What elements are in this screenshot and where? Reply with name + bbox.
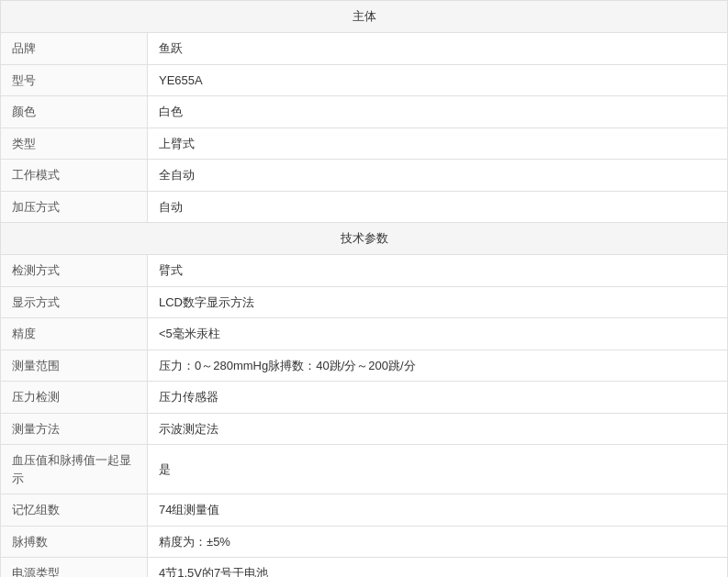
row-label: 颜色 (1, 96, 148, 128)
row-label: 压力检测 (1, 382, 148, 414)
row-value: 4节1.5V的7号干电池 (148, 558, 728, 578)
row-value: 全自动 (148, 160, 728, 192)
row-value: 白色 (148, 96, 728, 128)
row-value: 臂式 (148, 255, 728, 287)
table-row: 测量范围压力：0～280mmHg脉搏数：40跳/分～200跳/分 (1, 350, 728, 382)
row-value: 精度为：±5% (148, 526, 728, 558)
table-row: 测量方法示波测定法 (1, 413, 728, 445)
row-label: 加压方式 (1, 191, 148, 223)
table-row: 加压方式自动 (1, 191, 728, 223)
row-label: 型号 (1, 64, 148, 96)
row-value: 74组测量值 (148, 494, 728, 527)
row-label: 精度 (1, 318, 148, 350)
table-row: 颜色白色 (1, 96, 728, 128)
row-label: 脉搏数 (1, 526, 148, 558)
row-label: 电源类型 (1, 558, 148, 578)
table-row: 工作模式全自动 (1, 160, 728, 192)
spec-table: 主体品牌鱼跃型号YE655A颜色白色类型上臂式工作模式全自动加压方式自动技术参数… (0, 0, 728, 577)
row-value: 鱼跃 (148, 33, 728, 65)
table-row: 记忆组数74组测量值 (1, 494, 728, 527)
row-value: YE655A (148, 64, 728, 96)
row-value: 是 (148, 445, 728, 494)
row-value: LCD数字显示方法 (148, 286, 728, 318)
table-row: 显示方式LCD数字显示方法 (1, 286, 728, 318)
row-label: 测量方法 (1, 413, 148, 445)
row-value: 压力传感器 (148, 382, 728, 414)
table-row: 电源类型4节1.5V的7号干电池 (1, 558, 728, 578)
row-label: 血压值和脉搏值一起显示 (1, 445, 148, 494)
table-row: 品牌鱼跃 (1, 33, 728, 65)
row-label: 检测方式 (1, 255, 148, 287)
row-value: 压力：0～280mmHg脉搏数：40跳/分～200跳/分 (148, 350, 728, 382)
row-value: <5毫米汞柱 (148, 318, 728, 350)
row-label: 类型 (1, 128, 148, 160)
table-row: 型号YE655A (1, 64, 728, 96)
table-row: 血压值和脉搏值一起显示是 (1, 445, 728, 494)
row-value: 自动 (148, 191, 728, 223)
table-row: 压力检测压力传感器 (1, 382, 728, 414)
table-row: 脉搏数精度为：±5% (1, 526, 728, 558)
table-row: 精度<5毫米汞柱 (1, 318, 728, 350)
row-label: 显示方式 (1, 286, 148, 318)
row-label: 品牌 (1, 33, 148, 65)
table-row: 检测方式臂式 (1, 255, 728, 287)
row-label: 记忆组数 (1, 494, 148, 527)
row-value: 上臂式 (148, 128, 728, 160)
row-value: 示波测定法 (148, 413, 728, 445)
section-header-tech: 技术参数 (1, 223, 728, 255)
row-label: 工作模式 (1, 160, 148, 192)
row-label: 测量范围 (1, 350, 148, 382)
table-row: 类型上臂式 (1, 128, 728, 160)
section-header-main: 主体 (1, 1, 728, 33)
